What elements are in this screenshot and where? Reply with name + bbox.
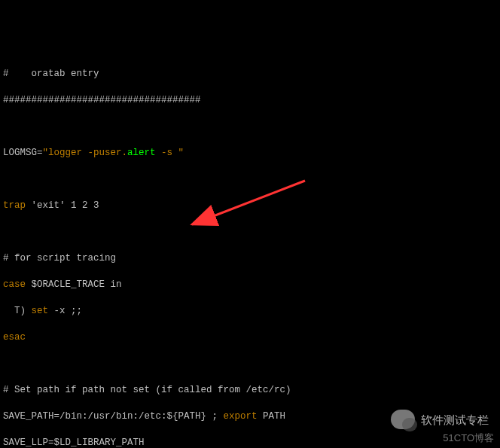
code-line: trap 'exit' 1 2 3	[3, 200, 497, 213]
watermark: 软件测试专栏	[391, 410, 489, 429]
code-line: case $ORACLE_TRACE in	[3, 279, 497, 292]
code-line: # for script tracing	[3, 252, 497, 266]
code-line: T) set -x ;;	[3, 305, 497, 318]
code-line: esac	[3, 331, 497, 345]
code-line: # oratab entry	[3, 68, 497, 81]
code-line	[3, 173, 497, 187]
wechat-icon	[391, 410, 415, 429]
code-line: SAVE_LLP=$LD_LIBRARY_PATH	[3, 437, 497, 449]
code-line	[3, 358, 497, 371]
watermark-text: 软件测试专栏	[421, 412, 489, 428]
blog-watermark: 51CTO博客	[443, 431, 494, 445]
code-line	[3, 120, 497, 134]
terminal-content[interactable]: # oratab entry #########################…	[3, 54, 497, 448]
code-line: # Set path if path not set (if called fr…	[3, 384, 497, 398]
code-line	[3, 226, 497, 239]
code-line: LOGMSG="logger -puser.alert -s "	[3, 147, 497, 160]
code-line: ###################################	[3, 94, 497, 108]
